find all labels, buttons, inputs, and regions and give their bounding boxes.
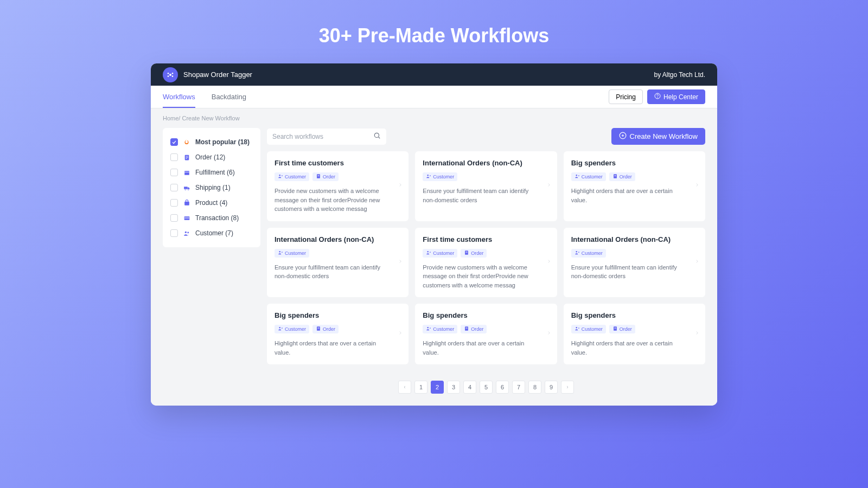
filter-label: Transaction (8) [195,214,239,222]
page-3[interactable]: 3 [447,381,460,394]
help-center-button[interactable]: Help Center [647,89,705,104]
filter-label: Most popular (18) [195,138,250,146]
tab-backdating[interactable]: Backdating [212,86,246,108]
page-prev[interactable] [398,381,411,394]
svg-rect-28 [317,176,319,177]
app-logo-icon [163,67,178,82]
chevron-right-icon [398,329,403,339]
tag-label: Order [620,326,632,332]
breadcrumb: Home/ Create New Workflow [163,108,705,128]
main-layout: Most popular (18)Order (12)Fulfillment (… [163,128,705,394]
card-title: First time customers [275,159,401,167]
transaction-icon [182,215,191,222]
workflow-card[interactable]: First time customersCustomerOrderProvide… [267,151,409,221]
page-4[interactable]: 4 [463,381,476,394]
tag-label: Customer [285,174,306,179]
checkbox-icon [170,153,178,161]
pricing-button[interactable]: Pricing [609,89,643,104]
help-center-label: Help Center [663,93,698,101]
workflow-card[interactable]: First time customersCustomerOrderProvide… [415,228,557,298]
page-5[interactable]: 5 [480,381,493,394]
card-description: Provide new customers with a welcome mes… [275,187,401,214]
card-title: Big spenders [571,159,698,167]
card-tags: Customer [571,249,698,258]
filter-product[interactable]: Product (4) [168,195,255,210]
filter-shipping[interactable]: Shipping (1) [168,180,255,195]
svg-line-21 [378,137,380,138]
checkbox-icon [170,169,178,176]
svg-point-40 [279,327,281,329]
page-2[interactable]: 2 [431,381,444,394]
svg-rect-12 [184,187,188,189]
breadcrumb-home[interactable]: Home [163,115,178,121]
workflow-card[interactable]: Big spendersCustomerOrderHighlight order… [415,304,557,364]
page-7[interactable]: 7 [512,381,525,394]
filter-transaction[interactable]: Transaction (8) [168,210,255,226]
filter-fulfillment[interactable]: Fulfillment (6) [168,165,255,180]
svg-point-1 [168,73,169,74]
card-tags: Customer [423,172,549,181]
filter-label: Fulfillment (6) [195,169,235,176]
customer-icon [575,174,580,180]
create-workflow-button[interactable]: Create New Workflow [611,128,705,145]
card-tags: Customer [275,249,401,258]
tag-label: Customer [285,251,306,256]
checkbox-icon [170,184,178,191]
svg-point-19 [187,232,189,233]
tag-customer: Customer [571,249,606,258]
card-tags: CustomerOrder [571,325,698,333]
tag-label: Customer [582,174,603,179]
page-6[interactable]: 6 [496,381,509,394]
search-input[interactable] [272,133,373,140]
filter-label: Product (4) [195,199,227,207]
svg-rect-47 [466,329,468,329]
workflow-card[interactable]: Big spendersCustomerOrderHighlight order… [267,304,409,364]
card-tags: CustomerOrder [275,172,401,181]
page-next[interactable] [561,381,574,394]
search-box[interactable] [267,129,386,145]
page-8[interactable]: 8 [528,381,541,394]
workflow-card[interactable]: International Orders (non-CA)CustomerEns… [564,228,705,298]
tag-label: Order [323,174,335,179]
card-tags: CustomerOrder [571,172,698,181]
tag-label: Customer [433,326,454,332]
tag-label: Order [620,174,632,179]
tag-customer: Customer [275,325,309,333]
tag-order: Order [461,249,487,258]
order-icon [316,326,321,332]
order-icon [612,174,618,180]
workflow-card[interactable]: International Orders (non-CA)CustomerEns… [415,151,557,221]
filter-most-popular[interactable]: Most popular (18) [168,134,255,150]
plus-circle-icon [619,132,627,141]
customer-icon [426,326,431,332]
workflow-card[interactable]: Big spendersCustomerOrderHighlight order… [564,304,705,364]
workflow-card[interactable]: Big spendersCustomerOrderHighlight order… [564,151,705,221]
svg-point-6 [658,98,658,98]
card-tags: CustomerOrder [423,249,549,258]
workflow-card[interactable]: International Orders (non-CA)CustomerEns… [267,228,409,298]
chevron-right-icon [546,329,552,339]
filter-order[interactable]: Order (12) [168,150,255,165]
fire-icon [182,138,191,146]
tab-workflows[interactable]: Workflows [163,86,195,108]
page-9[interactable]: 9 [545,381,558,394]
chevron-right-icon [694,181,700,191]
customer-icon [278,326,283,332]
customer-icon [575,326,580,332]
workflow-grid: First time customersCustomerOrderProvide… [267,151,705,364]
page-1[interactable]: 1 [414,381,427,394]
tag-order: Order [312,172,339,181]
hero-title: 30+ Pre-Made Workflows [319,24,549,47]
chevron-right-icon [694,329,700,339]
svg-point-14 [188,189,189,190]
create-workflow-label: Create New Workflow [630,132,698,140]
filter-customer[interactable]: Customer (7) [168,226,255,241]
filter-label: Shipping (1) [195,184,231,191]
tag-order: Order [609,172,635,181]
order-icon [464,250,469,256]
svg-rect-50 [614,328,616,328]
app-brand: Shopaw Order Tagger [163,67,252,82]
customer-icon [182,230,191,237]
svg-rect-46 [466,328,468,328]
card-tags: CustomerOrder [423,325,549,333]
